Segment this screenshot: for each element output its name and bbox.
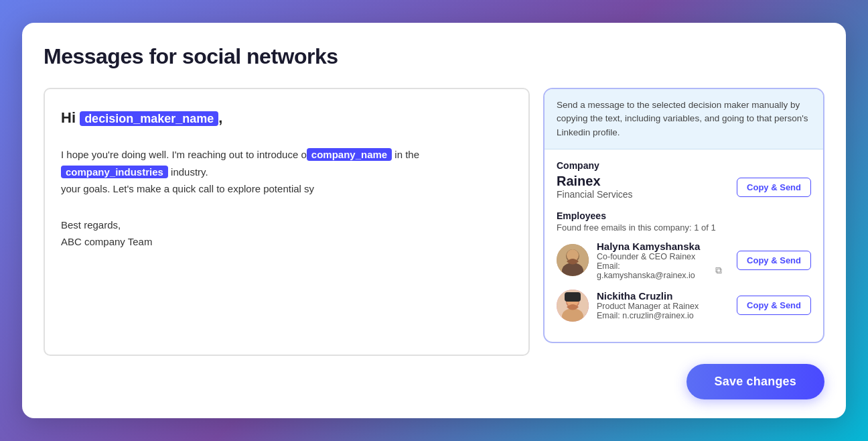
right-panel: Send a message to the selected decision … [543, 88, 824, 343]
found-emails-text: Found free emails in this company: 1 of … [557, 223, 811, 233]
save-changes-button[interactable]: Save changes [686, 364, 824, 399]
company-info: Rainex Financial Services [557, 174, 633, 201]
employee-row: Nickitha Cruzlin Product Manager at Rain… [557, 290, 811, 322]
signature-line2: ABC company Team [61, 233, 512, 251]
employees-section: Employees Found free emails in this comp… [557, 210, 811, 322]
employee-row: Halyna Kamyshanska Co-founder & CEO Rain… [557, 241, 811, 280]
svg-rect-8 [565, 292, 581, 302]
signature: Best regards, ABC company Team [61, 216, 512, 251]
body-middle: in the [392, 149, 419, 160]
greeting-suffix: , [218, 109, 222, 126]
page-title: Messages for social networks [44, 44, 824, 69]
avatar [557, 244, 589, 276]
employee-title: Co-founder & CEO Rainex [597, 252, 722, 261]
company-copy-send-button[interactable]: Copy & Send [737, 178, 811, 197]
employee-copy-send-button-2[interactable]: Copy & Send [737, 296, 811, 315]
signature-line1: Best regards, [61, 216, 512, 234]
copy-email-icon[interactable]: ⧉ [715, 265, 722, 276]
company-section-label: Company [557, 160, 811, 171]
message-editor[interactable]: Hi decision_maker_name, I hope you're do… [44, 88, 530, 356]
employee-email: Email: g.kamyshanska@rainex.io ⧉ [597, 261, 722, 280]
employee-info: Halyna Kamyshanska Co-founder & CEO Rain… [597, 241, 722, 280]
body-line2: your goals. Let's make a quick call to e… [61, 183, 314, 194]
company-name: Rainex [557, 174, 633, 189]
employee-copy-send-button-1[interactable]: Copy & Send [737, 251, 811, 270]
employee-email: Email: n.cruzlin@rainex.io [597, 311, 722, 320]
employee-title: Product Manager at Rainex [597, 302, 722, 311]
avatar [557, 290, 589, 322]
company-name-variable: company_name [307, 148, 392, 161]
panel-body: Company Rainex Financial Services Copy &… [545, 149, 823, 342]
company-type: Financial Services [557, 189, 633, 200]
decision-maker-variable: decision_maker_name [80, 111, 218, 126]
message-body: I hope you're doing well. I'm reaching o… [61, 146, 512, 198]
company-row: Rainex Financial Services Copy & Send [557, 174, 811, 201]
body-prefix: I hope you're doing well. I'm reaching o… [61, 149, 307, 160]
content-row: Hi decision_maker_name, I hope you're do… [44, 88, 824, 356]
employee-name: Halyna Kamyshanska [597, 241, 722, 252]
employees-label: Employees [557, 210, 811, 221]
greeting-line: Hi decision_maker_name, [61, 105, 512, 130]
info-banner: Send a message to the selected decision … [545, 89, 823, 149]
body-suffix: industry. [168, 166, 208, 178]
main-container: Messages for social networks Hi decision… [22, 23, 846, 418]
greeting-prefix: Hi [61, 109, 80, 126]
employee-name: Nickitha Cruzlin [597, 290, 722, 302]
info-text: Send a message to the selected decision … [557, 100, 808, 137]
company-industries-variable: company_industries [61, 166, 168, 178]
employee-info: Nickitha Cruzlin Product Manager at Rain… [597, 290, 722, 320]
